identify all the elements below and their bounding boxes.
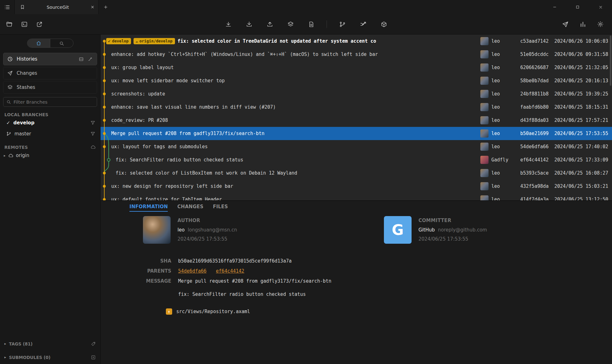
tab-files[interactable]: FILES (213, 204, 228, 212)
commit-row[interactable]: ux: move left siderbar mode switcher top… (101, 74, 612, 87)
commit-row[interactable]: ux: default fontsize for TabItem Headerl… (101, 193, 612, 200)
send-icon (7, 70, 13, 76)
commit-row[interactable]: ux: group label layoutleo62066266872024/… (101, 61, 612, 74)
cloud-icon (8, 153, 14, 158)
commit-author: leo (491, 65, 520, 70)
filter-funnel-icon[interactable] (90, 131, 95, 136)
history-scrollbar-thumb[interactable] (610, 35, 611, 86)
push-button[interactable] (265, 19, 275, 30)
commit-author: leo (491, 52, 520, 57)
commit-row[interactable]: fix: selected color of ListBoxItem not w… (101, 166, 612, 180)
commit-meta: SHA b50ae21699d63516ffa973015d5cef99f6d1… (143, 258, 612, 297)
commit-message: ux: group label layout (111, 65, 174, 70)
new-tab-button[interactable] (99, 0, 112, 14)
committer-label: COMMITTER (418, 218, 487, 223)
tags-label: TAGS (81) (9, 341, 33, 346)
archive-button[interactable] (379, 19, 389, 30)
tab-information[interactable]: INFORMATION (129, 204, 168, 212)
commit-time: 2024/06/25 19:39:25 (554, 91, 608, 97)
open-terminal-button[interactable] (19, 19, 30, 30)
branch-badge[interactable]: ☁origin/develop (134, 38, 175, 44)
filter-branches-input[interactable] (14, 100, 94, 105)
commit-time: 2024/06/25 16:08:27 (554, 170, 608, 176)
filter-funnel-icon[interactable] (90, 120, 95, 125)
fetch-button[interactable] (223, 19, 234, 30)
menu-list-icon (4, 4, 10, 10)
settings-button[interactable] (595, 19, 606, 30)
main-area: ✔develop☁origin/developfix: selected col… (101, 35, 612, 364)
toolbar-divider (327, 20, 327, 28)
author-avatar (480, 90, 489, 98)
tag-icon[interactable] (91, 341, 96, 346)
pull-button[interactable] (244, 19, 254, 30)
repository-tab[interactable]: SourceGit (14, 0, 99, 14)
patch-file-icon (308, 21, 314, 28)
changed-file-path: src/Views/Repository.axaml (176, 309, 250, 314)
submodule-icon[interactable] (91, 355, 96, 360)
commit-time: 2024/06/25 18:15:31 (554, 104, 608, 110)
tab-close-button[interactable] (90, 5, 95, 9)
statistics-button[interactable] (577, 19, 588, 30)
sidebar: Histories Changes Stashes (0, 35, 101, 364)
mode-home-button[interactable] (27, 39, 50, 47)
close-icon (90, 5, 95, 9)
commit-sha: d43f88da03 (520, 117, 554, 123)
commit-row[interactable]: Merge pull request #208 from gadfly3173/… (101, 127, 612, 140)
committer-avatar: G (384, 216, 412, 244)
mode-search-button[interactable] (50, 39, 73, 47)
commit-row[interactable]: ✔develop☁origin/developfix: selected col… (101, 35, 612, 48)
layout-toggle-icon[interactable] (79, 57, 84, 62)
commit-row[interactable]: ux: new design for repository left side … (101, 180, 612, 193)
tags-section[interactable]: ▸ TAGS (81) (0, 337, 100, 350)
search-icon (6, 100, 11, 104)
share-repository-button[interactable] (34, 19, 45, 30)
sha-label: SHA (143, 258, 171, 264)
add-remote-cloud-icon[interactable] (90, 144, 96, 150)
minimize-button[interactable] (543, 0, 566, 14)
commit-author: leo (491, 117, 520, 123)
committer-name: GitHub (418, 227, 435, 233)
branch-row-master[interactable]: master (0, 128, 100, 139)
remotes-header: REMOTES (4, 144, 96, 150)
sidebar-item-histories[interactable]: Histories (3, 53, 97, 65)
close-window-button[interactable] (589, 0, 612, 14)
parent-commit-link[interactable]: 54de6dfa66 (178, 268, 206, 274)
curve-toggle-icon[interactable] (88, 57, 93, 62)
commit-row[interactable]: enhance: add hotkey `Ctrl+Shift+H` (Wind… (101, 48, 612, 61)
parents-label: PARENTS (143, 268, 171, 274)
current-branch-check-icon: ✓ (6, 120, 10, 126)
apply-patch-button[interactable] (306, 19, 317, 30)
commit-row[interactable]: code_review: PR #208leod43f88da032024/06… (101, 114, 612, 127)
cloud-icon: ☁ (135, 38, 138, 44)
commit-row[interactable]: fix: SearchFilter radio button checked s… (101, 153, 612, 166)
section-label: LOCAL BRANCHES (4, 112, 48, 117)
section-label: REMOTES (4, 145, 28, 150)
feedback-button[interactable] (560, 19, 571, 30)
commit-author: leo (491, 131, 520, 136)
open-repository-button[interactable] (4, 19, 14, 30)
author-avatar (480, 116, 489, 124)
author-avatar (480, 63, 489, 72)
parent-commit-link[interactable]: ef64c44142 (216, 268, 244, 274)
changed-file-row[interactable]: ↑ src/Views/Repository.axaml (166, 308, 612, 315)
branch-row-develop[interactable]: ✓ develop (0, 117, 100, 128)
compare-button[interactable] (358, 19, 369, 30)
commit-message: enhance: save last visual line numbers i… (111, 104, 276, 110)
sidebar-item-stashes[interactable]: Stashes (3, 81, 97, 94)
fetch-icon (225, 21, 232, 28)
commit-row[interactable]: enhance: save last visual line numbers i… (101, 101, 612, 114)
branch-badge[interactable]: ✔develop (106, 38, 131, 44)
app-window: SourceGit (0, 0, 612, 364)
commit-row[interactable]: screenshots: updateleo24bf8811b82024/06/… (101, 87, 612, 101)
commit-row[interactable]: ux: layout for tags and submodulesleo54d… (101, 140, 612, 153)
sidebar-item-changes[interactable]: Changes (3, 67, 97, 79)
main-menu-button[interactable] (0, 0, 14, 14)
tab-changes[interactable]: CHANGES (177, 204, 203, 212)
create-branch-button[interactable] (337, 19, 348, 30)
commit-author: leo (491, 78, 520, 84)
maximize-button[interactable] (566, 0, 589, 14)
stash-button[interactable] (285, 19, 296, 30)
commit-author: Gadfly (491, 157, 520, 163)
submodules-section[interactable]: ▸ SUBMODULES (0) (0, 350, 100, 364)
remote-row-origin[interactable]: ▸ origin (0, 150, 100, 161)
